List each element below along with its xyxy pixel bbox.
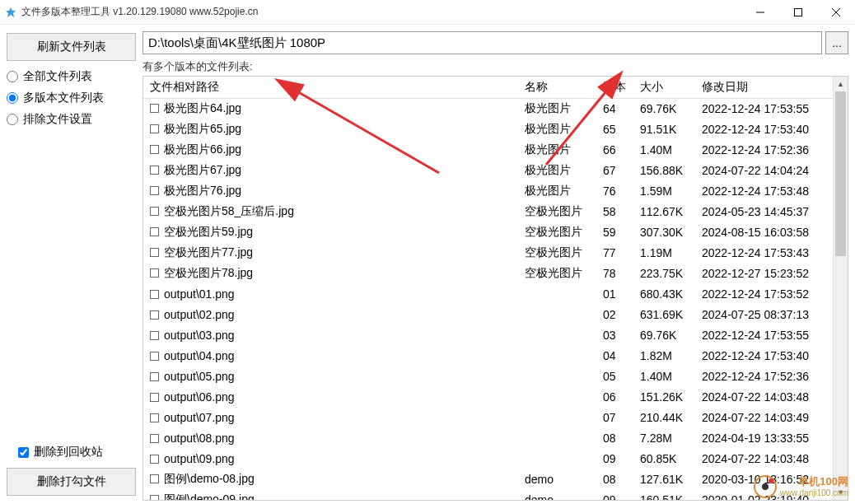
row-checkbox[interactable] [150, 310, 159, 320]
cell-path: output\02.png [143, 305, 518, 325]
col-name[interactable]: 名称 [518, 77, 596, 99]
scroll-down-button[interactable]: ▼ [834, 485, 848, 500]
vertical-scrollbar[interactable]: ▲ ▼ [833, 77, 848, 500]
checkbox-recycle-label: 删除到回收站 [34, 445, 103, 460]
cell-path: 极光图片67.jpg [143, 161, 518, 181]
col-version[interactable]: 版本 [596, 77, 633, 99]
delete-checked-button[interactable]: 删除打勾文件 [7, 468, 136, 496]
cell-name [518, 346, 596, 366]
row-checkbox[interactable] [150, 145, 159, 154]
row-checkbox[interactable] [150, 186, 159, 195]
cell-version: 01 [596, 284, 633, 305]
table-row[interactable]: 极光图片76.jpg极光图片761.59M2022-12-24 17:53:48 [143, 181, 833, 202]
cell-modified: 2020-01-02 23:19:40 [695, 490, 833, 501]
checkbox-recycle[interactable]: 删除到回收站 [18, 445, 136, 460]
table-row[interactable]: output\06.png06151.26K2024-07-22 14:03:4… [143, 387, 833, 408]
cell-size: 112.67K [633, 202, 695, 222]
table-row[interactable]: 图例\demo-09.jpgdemo09160.51K2020-01-02 23… [143, 490, 833, 501]
row-checkbox[interactable] [150, 268, 159, 278]
row-checkbox[interactable] [150, 104, 159, 113]
table-row[interactable]: 空极光图片58_压缩后.jpg空极光图片58112.67K2024-05-23 … [143, 202, 833, 222]
svg-rect-2 [795, 8, 802, 16]
radio-all-input[interactable] [7, 71, 18, 82]
scrollbar-thumb[interactable] [835, 91, 846, 256]
table-row[interactable]: output\05.png051.40M2022-12-24 17:52:36 [143, 366, 833, 387]
cell-path: 极光图片64.jpg [143, 99, 518, 119]
cell-size: 680.43K [633, 284, 695, 305]
svg-marker-0 [6, 7, 16, 17]
table-row[interactable]: 空极光图片78.jpg空极光图片78223.75K2022-12-27 15:2… [143, 264, 833, 284]
cell-name [518, 366, 596, 387]
row-checkbox[interactable] [150, 352, 159, 361]
table-row[interactable]: output\01.png01680.43K2022-12-24 17:53:5… [143, 284, 833, 305]
cell-path: output\09.png [143, 449, 518, 469]
row-checkbox[interactable] [150, 393, 159, 402]
cell-name [518, 449, 596, 469]
row-checkbox[interactable] [150, 495, 159, 500]
table-row[interactable]: output\08.png087.28M2024-04-19 13:33:55 [143, 428, 833, 449]
cell-name: demo [518, 469, 596, 490]
row-checkbox[interactable] [150, 227, 159, 236]
row-checkbox[interactable] [150, 434, 159, 443]
checkbox-recycle-input[interactable] [18, 447, 29, 458]
cell-version: 08 [596, 428, 633, 449]
row-checkbox[interactable] [150, 474, 159, 483]
cell-path: 极光图片76.jpg [143, 181, 518, 202]
cell-path: output\03.png [143, 325, 518, 346]
cell-path: 空极光图片59.jpg [143, 222, 518, 243]
maximize-button[interactable] [779, 0, 817, 25]
path-input[interactable] [142, 31, 822, 54]
table-row[interactable]: output\04.png041.82M2022-12-24 17:53:40 [143, 346, 833, 366]
cell-version: 08 [596, 469, 633, 490]
table-row[interactable]: 极光图片66.jpg极光图片661.40M2022-12-24 17:52:36 [143, 140, 833, 161]
table-row[interactable]: 空极光图片59.jpg空极光图片59307.30K2024-08-15 16:0… [143, 222, 833, 243]
radio-all-files[interactable]: 全部文件列表 [7, 69, 136, 84]
table-row[interactable]: output\07.png07210.44K2024-07-22 14:03:4… [143, 408, 833, 428]
cell-modified: 2022-12-24 17:53:55 [695, 325, 833, 346]
row-checkbox[interactable] [150, 372, 159, 381]
table-row[interactable]: 图例\demo-08.jpgdemo08127.61K2020-03-10 13… [143, 469, 833, 490]
cell-name: 空极光图片 [518, 264, 596, 284]
table-row[interactable]: 极光图片64.jpg极光图片6469.76K2022-12-24 17:53:5… [143, 99, 833, 119]
cell-modified: 2022-12-27 15:23:52 [695, 264, 833, 284]
cell-modified: 2022-12-24 17:53:40 [695, 119, 833, 140]
radio-multi-input[interactable] [7, 92, 18, 104]
cell-name: demo [518, 490, 596, 501]
minimize-button[interactable] [741, 0, 779, 25]
row-checkbox[interactable] [150, 248, 159, 257]
col-path[interactable]: 文件相对路径 [143, 77, 518, 99]
table-row[interactable]: output\09.png0960.85K2024-07-22 14:03:48 [143, 449, 833, 469]
row-checkbox[interactable] [150, 331, 159, 340]
cell-version: 09 [596, 490, 633, 501]
cell-size: 160.51K [633, 490, 695, 501]
row-checkbox[interactable] [150, 166, 159, 175]
cell-name: 空极光图片 [518, 222, 596, 243]
col-size[interactable]: 大小 [633, 77, 695, 99]
table-row[interactable]: output\02.png02631.69K2024-07-25 08:37:1… [143, 305, 833, 325]
table-row[interactable]: output\03.png0369.76K2022-12-24 17:53:55 [143, 325, 833, 346]
radio-exclude[interactable]: 排除文件设置 [7, 112, 136, 127]
cell-modified: 2024-04-19 13:33:55 [695, 428, 833, 449]
cell-path: output\08.png [143, 428, 518, 449]
table-row[interactable]: 空极光图片77.jpg空极光图片771.19M2022-12-24 17:53:… [143, 243, 833, 264]
cell-version: 04 [596, 346, 633, 366]
radio-exclude-input[interactable] [7, 114, 18, 125]
cell-path: 空极光图片78.jpg [143, 264, 518, 284]
cell-path: 图例\demo-08.jpg [143, 469, 518, 490]
cell-name [518, 305, 596, 325]
row-checkbox[interactable] [150, 290, 159, 299]
row-checkbox[interactable] [150, 455, 159, 464]
refresh-button[interactable]: 刷新文件列表 [7, 33, 136, 61]
row-checkbox[interactable] [150, 124, 159, 133]
browse-button[interactable]: ... [825, 31, 848, 54]
table-row[interactable]: 极光图片65.jpg极光图片6591.51K2022-12-24 17:53:4… [143, 119, 833, 140]
row-checkbox[interactable] [150, 207, 159, 216]
radio-multi-version[interactable]: 多版本文件列表 [7, 91, 136, 105]
row-checkbox[interactable] [150, 413, 159, 422]
col-modified[interactable]: 修改日期 [695, 77, 833, 99]
cell-modified: 2022-12-24 17:53:55 [695, 99, 833, 119]
scroll-up-button[interactable]: ▲ [834, 77, 848, 91]
cell-name [518, 428, 596, 449]
table-row[interactable]: 极光图片67.jpg极光图片67156.88K2024-07-22 14:04:… [143, 161, 833, 181]
close-button[interactable] [817, 0, 855, 25]
